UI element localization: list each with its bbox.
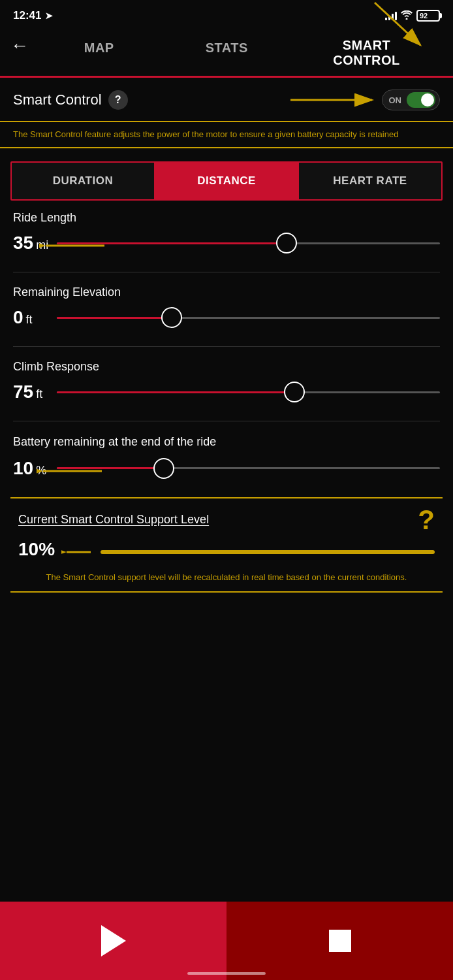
back-button[interactable]: ← <box>10 35 35 64</box>
sliders-section: Ride Length 35 mi <box>0 211 453 481</box>
ride-length-label: Ride Length <box>13 211 440 225</box>
tab-duration[interactable]: DURATION <box>12 163 155 199</box>
tab-distance[interactable]: DISTANCE <box>155 163 299 199</box>
battery-remaining-slider[interactable] <box>57 455 440 482</box>
smart-control-label: Smart Control <box>13 91 102 108</box>
climb-response-value: 75 ft <box>13 382 49 402</box>
signal-icon <box>385 11 397 20</box>
tab-map[interactable]: MAP <box>35 35 163 63</box>
status-bar: 12:41 ➤ 92 <box>0 0 453 29</box>
elevation-group: Remaining Elevation 0 ft <box>13 286 440 331</box>
support-value-row: 10% <box>18 539 435 565</box>
battery-icon: 92 <box>416 10 440 22</box>
divider-2 <box>13 346 440 347</box>
nav-tabs: ← MAP STATS SMARTCONTROL <box>0 29 453 78</box>
support-progress-bar <box>101 550 435 554</box>
annotation-arrow-toggle <box>277 84 382 116</box>
elevation-row: 0 ft <box>13 304 440 331</box>
climb-response-label: Climb Response <box>13 360 440 374</box>
bottom-spacer <box>0 593 453 697</box>
bottom-controls <box>0 902 453 980</box>
smart-control-toggle[interactable]: ON <box>382 90 441 110</box>
tab-stats[interactable]: STATS <box>163 35 291 63</box>
elevation-value: 0 ft <box>13 307 49 328</box>
toggle-on-label: ON <box>389 95 402 105</box>
battery-remaining-value: 10 % <box>13 458 49 479</box>
info-banner: The Smart Control feature adjusts the po… <box>0 121 453 148</box>
battery-remaining-group: Battery remaining at the end of the ride… <box>13 434 440 481</box>
ride-length-value: 35 mi <box>13 233 49 253</box>
stop-button[interactable] <box>226 902 453 980</box>
elevation-slider[interactable] <box>57 304 440 331</box>
tab-selector: DURATION DISTANCE HEART RATE <box>10 161 443 201</box>
play-button[interactable] <box>0 902 226 980</box>
tab-smart-control[interactable]: SMARTCONTROL <box>290 35 443 76</box>
divider-3 <box>13 421 440 421</box>
battery-remaining-label: Battery remaining at the end of the ride <box>13 434 440 449</box>
divider-1 <box>13 272 440 272</box>
smart-control-left: Smart Control ? <box>13 90 128 110</box>
smart-control-row: Smart Control ? ON <box>0 78 453 121</box>
support-level-help-icon[interactable]: ? <box>418 506 435 534</box>
home-indicator <box>187 972 266 975</box>
support-level-title: Current Smart Control Support Level <box>18 513 209 527</box>
status-icons: 92 <box>385 10 440 22</box>
toggle-area: ON <box>382 90 441 110</box>
location-icon: ➤ <box>45 10 53 21</box>
stop-icon <box>329 930 351 952</box>
annotation-arrow-support <box>61 541 94 563</box>
ride-length-group: Ride Length 35 mi <box>13 211 440 256</box>
support-level-box: Current Smart Control Support Level ? 10… <box>10 497 443 593</box>
climb-response-slider[interactable] <box>57 379 440 405</box>
elevation-label: Remaining Elevation <box>13 286 440 299</box>
toggle-knob <box>421 93 434 106</box>
help-button[interactable]: ? <box>108 90 128 110</box>
status-time: 12:41 ➤ <box>13 9 53 22</box>
info-banner-text: The Smart Control feature adjusts the po… <box>13 129 440 140</box>
support-level-value: 10% <box>18 539 55 560</box>
battery-remaining-row: 10 % <box>13 455 440 482</box>
tab-heart-rate[interactable]: HEART RATE <box>299 163 441 199</box>
wifi-icon <box>401 10 413 22</box>
climb-response-row: 75 ft <box>13 379 440 405</box>
climb-response-group: Climb Response 75 ft <box>13 360 440 405</box>
play-icon <box>101 925 126 956</box>
toggle-knob-container <box>407 92 435 108</box>
ride-length-slider[interactable] <box>57 230 440 256</box>
support-note: The Smart Control support level will be … <box>18 572 435 583</box>
ride-length-row: 35 mi <box>13 230 440 256</box>
support-level-header: Current Smart Control Support Level ? <box>18 506 435 534</box>
